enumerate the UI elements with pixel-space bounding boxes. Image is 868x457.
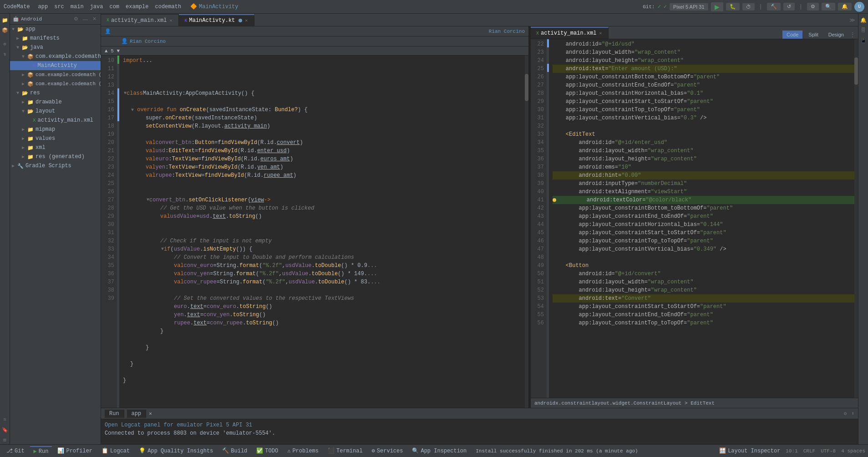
tree-item-xml[interactable]: X activity_main.xml <box>10 116 101 125</box>
bottom-tab-inspection[interactable]: 🔍 App Inspection <box>408 447 470 455</box>
bottom-tab-terminal[interactable]: ⬛ Terminal <box>324 447 366 455</box>
tree-item-res-generated[interactable]: ▶ 📁 res (generated) <box>10 152 101 161</box>
bookmarks-icon[interactable]: 🔖 <box>0 425 10 434</box>
divider-2: | <box>799 4 802 10</box>
run-label: Run <box>39 448 49 455</box>
xml-scrollbar-thumb[interactable] <box>854 57 858 85</box>
expand-icon: ▼ <box>16 91 22 96</box>
menu-main[interactable]: main <box>68 3 86 11</box>
bottom-tab-todo[interactable]: ✅ TODO <box>253 447 282 455</box>
menu-com[interactable]: com <box>107 3 122 11</box>
tab-close-btn[interactable]: ✕ <box>244 17 249 24</box>
scrollbar-thumb[interactable] <box>525 74 528 101</box>
code-view-btn[interactable]: Code <box>782 31 802 39</box>
bottom-tab-git[interactable]: ⎇ Git <box>3 447 28 455</box>
tab-mainactivity-kt[interactable]: K MainActivty.kt ✕ <box>179 14 254 26</box>
tree-item-drawable[interactable]: ▶ 📁 drawable <box>10 98 101 107</box>
build-variants-icon[interactable]: ⊞ <box>0 435 10 444</box>
tree-label: xml <box>36 144 46 151</box>
tree-item-manifests[interactable]: ▶ 📁 manifests <box>10 34 101 43</box>
avatar[interactable]: U <box>854 2 864 12</box>
folder-icon: 📂 <box>27 108 34 114</box>
tree-item-values[interactable]: ▶ 📁 values <box>10 134 101 143</box>
bottom-tab-profiler[interactable]: 📊 Profiler <box>54 447 96 455</box>
kt-scrollbar[interactable] <box>525 56 528 408</box>
project-panel: 🤖 Android ⚙ — ✕ ▼ 📂 app ▶ 📁 manifests <box>10 14 101 444</box>
run-tab[interactable]: Run <box>105 410 124 418</box>
bottom-tab-logcat[interactable]: 📋 Logcat <box>98 447 133 455</box>
menu-java[interactable]: java <box>87 3 106 11</box>
tree-item-mainactivity[interactable]: K MainActivity <box>10 61 101 70</box>
run-panel-expand-icon[interactable]: ⬆ <box>851 411 854 416</box>
folder-icon: 📁 <box>27 145 34 151</box>
database-icon[interactable]: 🗄 <box>859 26 868 35</box>
bottom-tab-run[interactable]: ▶ Run <box>30 446 52 456</box>
kotlin-icon: K <box>33 63 36 68</box>
commit-icon[interactable]: ⊕ <box>0 39 10 48</box>
pull-requests-icon[interactable]: ⇅ <box>0 49 10 58</box>
xml-line: android:id="@+id/convert" <box>553 270 854 278</box>
tree-item-res[interactable]: ▼ 📂 res <box>10 88 101 98</box>
tree-item-app[interactable]: ▼ 📂 app <box>10 25 101 34</box>
sync-button[interactable]: ↺ <box>783 3 795 10</box>
tab-menu-button[interactable]: ≫ <box>847 14 858 26</box>
menu-app[interactable]: app <box>36 3 51 11</box>
xml-tab-close[interactable]: ✕ <box>598 30 603 36</box>
tab-close-btn[interactable]: ✕ <box>168 17 173 24</box>
build-bottom-icon: 🔨 <box>222 447 229 454</box>
notifications-icon[interactable]: 🔔 <box>859 15 868 25</box>
bottom-tab-quality[interactable]: 💡 App Quality Insights <box>135 447 217 455</box>
run-panel-close-btn[interactable]: ✕ <box>149 411 152 416</box>
kt-editor-content[interactable]: 10111213 14151617 18192021 22232425 2627… <box>101 56 528 408</box>
services-icon: ⚙ <box>372 447 375 454</box>
split-view-btn[interactable]: Split <box>804 31 822 39</box>
menu-src[interactable]: src <box>51 3 67 11</box>
profile-button[interactable]: ⏱ <box>742 3 755 10</box>
project-icon[interactable]: 📁 <box>0 15 10 25</box>
tree-item-layout[interactable]: ▼ 📂 layout <box>10 107 101 116</box>
app-tab[interactable]: app <box>127 410 147 418</box>
run-settings-icon[interactable]: ⚙ <box>844 411 847 416</box>
bottom-tab-services[interactable]: ⚙ Services <box>368 447 407 455</box>
xml-editor-content[interactable]: 22232425 26272829 30313233 34353637 3839… <box>531 39 858 398</box>
resource-manager-icon[interactable]: 📦 <box>0 26 10 35</box>
xml-code-lines[interactable]: android:id="@+id/usd" android:layout_wid… <box>549 39 854 398</box>
bottom-tab-layout-inspector[interactable]: 🪟 Layout Inspector <box>716 447 784 455</box>
tree-item-mipmap[interactable]: ▶ 📁 mipmap <box>10 125 101 134</box>
run-button[interactable]: ▶ <box>711 2 723 11</box>
search-button[interactable]: 🔍 <box>822 3 835 10</box>
panel-settings-btn[interactable]: ⚙ <box>72 15 80 22</box>
tree-item-java[interactable]: ▼ 📂 java <box>10 43 101 52</box>
tree-item-xml-folder[interactable]: ▶ 📁 xml <box>10 143 101 152</box>
notifications-button[interactable]: 🔔 <box>838 3 852 10</box>
kt-code-lines[interactable]: import ... ▼ class MainActivity : AppCom… <box>119 56 525 408</box>
bottom-tab-build[interactable]: 🔨 Build <box>218 447 251 455</box>
tree-item-package1[interactable]: ▼ 📦 com.example.codemath <box>10 52 101 61</box>
device-selector[interactable]: Pixel 5 API 31 <box>670 3 708 10</box>
tree-label: app <box>25 26 36 32</box>
tree-item-package2[interactable]: ▶ 📦 com.example.codemath (and... <box>10 70 101 79</box>
structure-icon[interactable]: ≡ <box>0 415 10 424</box>
tree-item-package3[interactable]: ▶ 📦 com.example.codemath (tes... <box>10 79 101 88</box>
design-view-btn[interactable]: Design <box>824 31 848 39</box>
settings-button[interactable]: ⚙ <box>807 3 819 10</box>
xml-menu-btn[interactable]: ⋮ <box>850 31 855 38</box>
tab-xml[interactable]: X activity_main.xml ✕ <box>531 27 609 39</box>
tree-item-gradle[interactable]: ▶ 🔧 Gradle Scripts <box>10 161 101 170</box>
xml-scrollbar[interactable] <box>854 39 858 398</box>
tab-activity-xml[interactable]: X activity_main.xml ✕ <box>101 14 179 26</box>
code-line: // Get the USD value when the button is … <box>123 204 525 212</box>
device-manager-icon[interactable]: 📱 <box>859 36 868 45</box>
menu-codemath[interactable]: codemath <box>152 3 184 11</box>
panel-collapse-btn[interactable]: — <box>81 15 89 22</box>
bottom-tab-problems[interactable]: ⚠ Problems <box>284 447 322 455</box>
xml-editor-pane: X activity_main.xml ✕ Code Split Design … <box>530 26 858 408</box>
build-button[interactable]: 🔨 <box>767 3 781 10</box>
menu-example[interactable]: example <box>123 3 151 11</box>
panel-close-btn[interactable]: ✕ <box>91 15 98 22</box>
debug-button[interactable]: 🐛 <box>726 3 740 10</box>
charset: UTF-8 <box>821 448 836 454</box>
expand-icon: ▶ <box>22 154 27 159</box>
xml-line: app:layout_constraintVertical_bias="0.3"… <box>553 114 854 122</box>
xml-line: android:ems="10" <box>553 163 854 171</box>
